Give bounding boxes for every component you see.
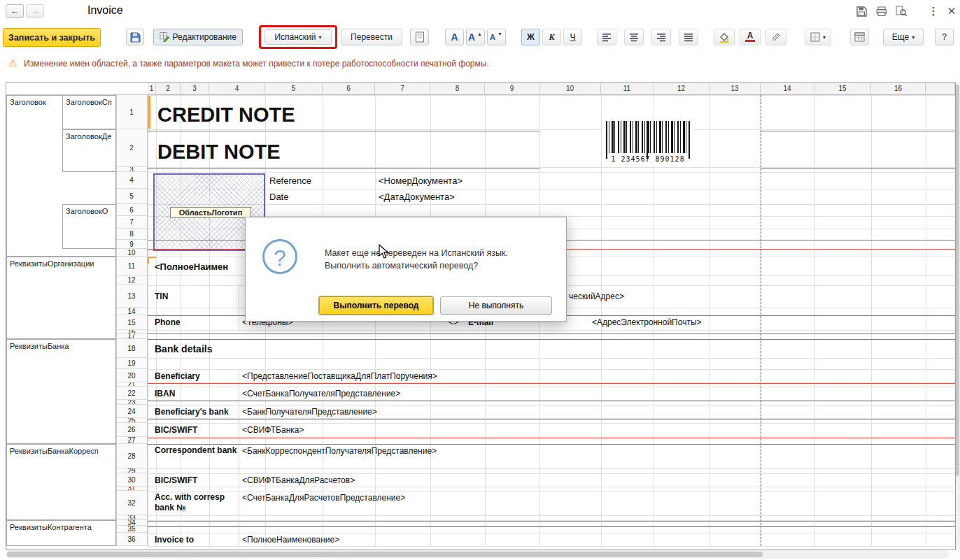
- italic-button[interactable]: К: [542, 29, 561, 45]
- column-header[interactable]: 12: [654, 83, 710, 95]
- horizontal-scrollbar[interactable]: [6, 550, 949, 559]
- row-header[interactable]: 8: [116, 229, 148, 240]
- row-header[interactable]: 26: [116, 423, 148, 437]
- row-header[interactable]: 27: [116, 437, 148, 444]
- column-header[interactable]: 14: [761, 83, 814, 95]
- sheet-cell[interactable]: <ПолноеНаимен: [155, 261, 228, 272]
- confirm-translate-button[interactable]: Выполнить перевод: [319, 296, 433, 315]
- language-dropdown[interactable]: Испанский ▾: [264, 29, 332, 45]
- row-header[interactable]: 30: [116, 473, 148, 487]
- section-box[interactable]: РеквизитыБанка: [6, 339, 116, 444]
- table-settings-button[interactable]: [850, 29, 869, 45]
- sheet-cell[interactable]: <БанкКорреспондентПолучателяПредставлени…: [242, 446, 437, 456]
- font-increase-button[interactable]: А▲: [466, 29, 485, 45]
- font-decrease-button[interactable]: А▼: [487, 29, 506, 45]
- column-header[interactable]: 13: [710, 83, 761, 95]
- row-header[interactable]: 5: [116, 189, 148, 204]
- save-and-close-button[interactable]: Записать и закрыть: [3, 28, 101, 47]
- sheet-cell[interactable]: Invoice to: [155, 535, 194, 545]
- back-button[interactable]: ←: [6, 4, 24, 18]
- sheet-cell[interactable]: IBAN: [155, 389, 175, 399]
- align-justify-button[interactable]: [679, 29, 698, 45]
- column-header[interactable]: 4: [209, 83, 265, 95]
- sheet-cell[interactable]: <НомерДокумента>: [379, 175, 463, 186]
- section-box[interactable]: ЗаголовокДе: [62, 129, 116, 172]
- row-header[interactable]: 11: [116, 257, 148, 275]
- row-header[interactable]: 18: [116, 339, 148, 358]
- section-box[interactable]: ЗаголовокСп: [62, 95, 116, 129]
- barcode[interactable]: 1 234567 890128: [602, 118, 693, 166]
- row-header[interactable]: 3: [116, 167, 148, 172]
- sheet-cell[interactable]: Beneficiary: [155, 371, 200, 381]
- row-header[interactable]: 22: [116, 387, 148, 400]
- sheet-cell[interactable]: <ДатаДокумента>: [379, 192, 455, 202]
- sheet-cell[interactable]: Phone: [155, 317, 181, 327]
- column-header[interactable]: 6: [323, 83, 375, 95]
- row-header[interactable]: 17: [116, 333, 148, 339]
- sheet-cell[interactable]: DEBIT NOTE: [157, 141, 281, 164]
- align-center-button[interactable]: [624, 29, 644, 45]
- save-button[interactable]: [126, 29, 144, 45]
- row-header[interactable]: 20: [116, 369, 148, 382]
- row-header[interactable]: 1: [116, 95, 148, 129]
- forward-button[interactable]: →: [26, 4, 44, 18]
- row-header[interactable]: 13: [116, 285, 148, 308]
- close-button[interactable]: ✕: [945, 5, 959, 17]
- column-header[interactable]: [926, 83, 955, 95]
- sheet-cell[interactable]: Date: [269, 192, 288, 202]
- column-header[interactable]: 11: [601, 83, 654, 95]
- column-header[interactable]: 16: [871, 83, 926, 95]
- row-header[interactable]: 36: [116, 533, 148, 546]
- column-header[interactable]: 9: [485, 83, 539, 95]
- column-header[interactable]: 8: [430, 83, 485, 95]
- row-header[interactable]: 4: [116, 172, 148, 189]
- row-header[interactable]: 14: [116, 308, 148, 315]
- column-header[interactable]: 5: [265, 83, 323, 95]
- align-right-button[interactable]: [651, 29, 671, 45]
- section-box[interactable]: ЗаголовокО: [62, 204, 116, 249]
- section-box[interactable]: РеквизитыОрганизации: [6, 257, 116, 339]
- horizontal-scroll-thumb[interactable]: [7, 552, 763, 557]
- row-header[interactable]: 28: [116, 444, 148, 468]
- sheet-cell[interactable]: Acc. with corresp bank №: [155, 492, 237, 513]
- align-left-button[interactable]: [597, 29, 616, 45]
- row-header[interactable]: 32: [116, 491, 148, 515]
- decline-translate-button[interactable]: Не выполнять: [440, 296, 552, 315]
- row-header[interactable]: 7: [116, 216, 148, 229]
- sheet-cell[interactable]: <СчетБанкаПолучателяПредставление>: [242, 389, 400, 399]
- highlight-button[interactable]: [765, 29, 786, 45]
- more-button[interactable]: Еще ▾: [883, 29, 924, 45]
- column-header[interactable]: 10: [539, 83, 601, 95]
- section-box[interactable]: РеквизитыБанкаКорресп: [6, 444, 116, 520]
- column-header[interactable]: 7: [375, 83, 430, 95]
- bold-button[interactable]: Ж: [521, 29, 540, 45]
- sheet-cell[interactable]: CREDIT NOTE: [157, 103, 295, 127]
- row-header[interactable]: 19: [116, 358, 148, 369]
- page-settings-button[interactable]: [410, 29, 429, 45]
- row-header[interactable]: 12: [116, 275, 148, 285]
- borders-dropdown[interactable]: ▾: [805, 29, 831, 45]
- window-menu-button[interactable]: ⋮: [926, 5, 940, 17]
- sheet-cell[interactable]: <ПолноеНаименование>: [242, 535, 339, 545]
- sheet-cell[interactable]: <ПредставлениеПоставщикаДляПлатПоручения…: [242, 371, 437, 381]
- row-header[interactable]: 29: [116, 468, 148, 473]
- translate-button[interactable]: Перевести: [341, 29, 402, 45]
- sheet-cell[interactable]: ческийАдрес>: [569, 292, 624, 301]
- sheet-cell[interactable]: BIC/SWIFT: [155, 475, 197, 485]
- column-header[interactable]: 2: [156, 83, 181, 95]
- sheet-cell[interactable]: <АдресЭлектроннойПочты>: [592, 317, 702, 327]
- sheet-cell[interactable]: Beneficiary's bank: [155, 407, 229, 417]
- column-header[interactable]: 15: [814, 83, 871, 95]
- row-header[interactable]: 10: [116, 249, 148, 257]
- print-button[interactable]: [876, 5, 890, 17]
- sheet-cell[interactable]: BIC/SWIFT: [155, 425, 197, 435]
- row-header[interactable]: 23: [116, 400, 148, 405]
- font-color-button[interactable]: А: [740, 29, 761, 45]
- row-header[interactable]: 6: [116, 204, 148, 216]
- column-header[interactable]: 3: [181, 83, 209, 95]
- row-header[interactable]: 25: [116, 418, 148, 423]
- sheet-cell[interactable]: TIN: [155, 292, 168, 301]
- sheet-cell[interactable]: Reference: [269, 175, 311, 186]
- sheet-cell[interactable]: <СВИФТБанкаДляРасчетов>: [242, 475, 355, 485]
- row-header[interactable]: 15: [116, 315, 148, 330]
